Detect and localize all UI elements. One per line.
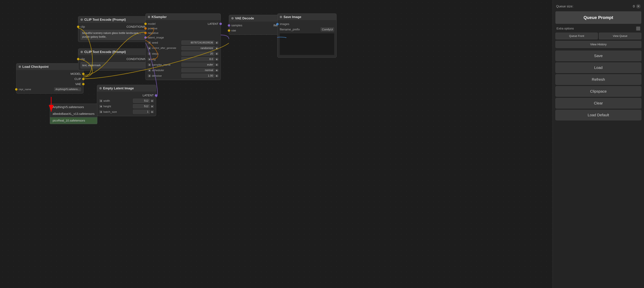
ks-seed-arrow-left[interactable]: ◀ <box>148 41 151 44</box>
refresh-button[interactable]: Refresh <box>556 74 641 85</box>
empty-latent-header: Empty Latent Image <box>97 85 156 92</box>
vae-samples-label: samples <box>231 24 274 27</box>
clip-port[interactable] <box>82 78 84 80</box>
ks-steps-arrow-left[interactable]: ◀ <box>148 52 151 55</box>
ksampler-header: KSampler <box>146 14 220 20</box>
extra-options-toggle[interactable] <box>636 26 640 30</box>
clip-input-port-neg[interactable] <box>77 58 80 60</box>
vae-samples-port[interactable] <box>228 24 230 27</box>
node-empty-latent: Empty Latent Image LATENT ◀ width 512 ▶ … <box>97 85 156 116</box>
clip-input-row-pos: clip CONDITIONING <box>78 24 150 29</box>
latent-batch-label: batch_size <box>104 110 133 114</box>
queue-size-value: 0 <box>633 4 635 8</box>
empty-latent-title: Empty Latent Image <box>103 86 134 90</box>
clip-positive-text[interactable]: beautiful scenery nature glass bottle la… <box>80 30 148 40</box>
dropdown-item-1[interactable]: albedoBaseXL_v13.safetensors <box>50 110 97 117</box>
ks-model-port[interactable] <box>144 22 147 25</box>
latent-height-right[interactable]: ▶ <box>151 105 154 108</box>
clip-input-port-pos[interactable] <box>77 26 80 28</box>
node-clip-negative: CLIP Text Encode (Prompt) clip CONDITION… <box>78 48 151 70</box>
clip-negative-title: CLIP Text Encode (Prompt) <box>84 50 126 54</box>
close-button[interactable]: ✕ <box>636 4 641 8</box>
ks-latent-port[interactable] <box>144 36 147 39</box>
latent-batch-value[interactable]: 1 <box>133 110 150 114</box>
ckpt-port-left[interactable] <box>15 88 18 90</box>
ks-steps-arrow-right[interactable]: ▶ <box>216 52 218 55</box>
ks-control-arrow-left[interactable]: ◀ <box>148 47 151 50</box>
model-port[interactable] <box>82 73 84 75</box>
ks-positive-port[interactable] <box>144 27 147 30</box>
save-image-body: images filename_prefix ComfyUI <box>278 20 336 57</box>
ks-steps-row: ◀ steps 20 ▶ <box>146 51 220 56</box>
ks-scheduler-value[interactable]: normal <box>182 68 214 72</box>
ks-negative-port[interactable] <box>144 32 147 34</box>
latent-width-value[interactable]: 512 <box>133 99 150 103</box>
latent-width-right[interactable]: ▶ <box>151 99 154 102</box>
node-dot-4 <box>148 16 150 18</box>
ks-cfg-arrow-right[interactable]: ▶ <box>216 58 218 61</box>
ks-sampler-value[interactable]: euler <box>182 62 214 67</box>
latent-out-label: LATENT <box>142 94 154 97</box>
node-ksampler: KSampler model LATENT positive negative … <box>146 14 221 80</box>
queue-front-button[interactable]: Queue Front <box>556 33 598 39</box>
view-queue-button[interactable]: View Queue <box>599 33 641 39</box>
ks-scheduler-arrow-right[interactable]: ▶ <box>216 69 218 72</box>
latent-output-row: LATENT <box>97 93 156 98</box>
checkpoint-dropdown[interactable]: AnythingV5.safetensors albedoBaseXL_v13.… <box>50 104 97 124</box>
clip-positive-header: CLIP Text Encode (Prompt) <box>78 16 150 23</box>
save-prefix-label: filename_prefix <box>280 28 321 31</box>
ks-sampler-arrow-right[interactable]: ▶ <box>216 63 218 66</box>
node-dot-2 <box>80 18 83 21</box>
canvas: Load Checkpoint MODEL CLIP VAE ckpt_name <box>0 0 644 288</box>
vae-vae-port[interactable] <box>228 29 230 32</box>
ks-denoise-arrow-left[interactable]: ◀ <box>148 74 151 77</box>
clip-output-row: CLIP <box>16 76 83 82</box>
ckpt-row: ckpt_name AnythingV5.safetens... <box>16 87 83 92</box>
queue-header: Queue size: 0 ✕ <box>556 4 641 8</box>
latent-batch-right[interactable]: ▶ <box>151 110 154 113</box>
save-prefix-row: filename_prefix ComfyUI <box>278 27 336 32</box>
extra-options-row: Extra options <box>556 26 641 31</box>
vae-port[interactable] <box>82 83 84 85</box>
clipspace-button[interactable]: Clipspace <box>556 86 641 97</box>
ks-sampler-arrow-left[interactable]: ◀ <box>148 63 151 66</box>
queue-prompt-button[interactable]: Queue Prompt <box>556 11 641 24</box>
node-save-image: Save Image images filename_prefix ComfyU… <box>277 14 336 58</box>
ks-control-row: ◀ control_after_generate randomize ▶ <box>146 45 220 51</box>
save-prefix-value[interactable]: ComfyUI <box>321 28 334 32</box>
queue-front-view-queue-row: Queue Front View Queue <box>556 33 641 39</box>
ks-control-arrow-right[interactable]: ▶ <box>216 47 218 50</box>
latent-batch-left[interactable]: ◀ <box>99 110 102 113</box>
save-images-port[interactable] <box>276 23 279 25</box>
conditioning-out-label-neg: CONDITIONING <box>126 57 148 61</box>
ks-negative-label: negative <box>148 31 178 34</box>
load-button[interactable]: Load <box>556 62 641 73</box>
ks-seed-value[interactable]: 807872419029536 <box>182 40 214 45</box>
ks-seed-row: ◀ seed 807872419029536 ▶ <box>146 40 220 45</box>
ks-latent-out-port[interactable] <box>220 22 222 25</box>
latent-batch-row: ◀ batch_size 1 ▶ <box>97 109 156 114</box>
save-button[interactable]: Save <box>556 50 641 61</box>
ks-denoise-value[interactable]: 1.00 <box>182 74 214 78</box>
ks-control-value[interactable]: randomize <box>182 46 214 50</box>
load-default-button[interactable]: Load Default <box>556 110 641 120</box>
save-image-preview <box>280 34 334 55</box>
view-history-button[interactable]: View History <box>556 41 641 48</box>
vae-decode-header: VAE Decode <box>229 15 285 22</box>
ks-model-row: model LATENT <box>146 22 220 26</box>
clip-negative-text[interactable]: text, watermark <box>80 62 148 68</box>
dropdown-item-0[interactable]: AnythingV5.safetensors <box>50 104 97 110</box>
ks-seed-arrow-right[interactable]: ▶ <box>216 41 218 44</box>
latent-height-left[interactable]: ◀ <box>99 105 102 108</box>
ks-steps-value[interactable]: 20 <box>182 52 214 56</box>
ks-scheduler-arrow-left[interactable]: ◀ <box>148 69 151 72</box>
ks-cfg-arrow-left[interactable]: ◀ <box>148 58 151 61</box>
latent-height-value[interactable]: 512 <box>133 104 150 108</box>
ks-denoise-arrow-right[interactable]: ▶ <box>216 74 218 77</box>
latent-out-port[interactable] <box>155 94 157 97</box>
clear-button[interactable]: Clear <box>556 98 641 108</box>
latent-width-left[interactable]: ◀ <box>99 99 102 102</box>
ckpt-value[interactable]: AnythingV5.safetens... <box>54 88 81 91</box>
dropdown-item-2[interactable]: picxReal_10.safetensors <box>50 117 97 124</box>
ks-cfg-value[interactable]: 8.0 <box>182 57 214 61</box>
